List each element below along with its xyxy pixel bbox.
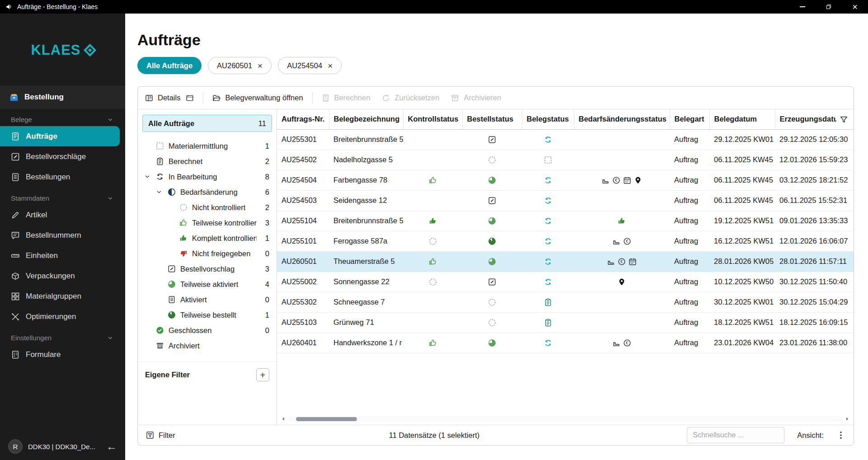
chevron-down-icon[interactable] [156,189,168,195]
sidebar: KLAES Bestellung BelegeAufträgeBestellvo… [0,14,125,460]
filter-chip-au254504[interactable]: AU254504× [278,57,342,74]
column-header-bedarfs-nderungsstatus[interactable]: Bedarfsänderungsstatus [574,109,670,129]
table-row[interactable]: AU254503Seidengasse 12Auftrag06.11.2025 … [277,190,854,211]
table-row[interactable]: AU254504Farbengasse 78€Auftrag06.11.2025… [277,170,854,190]
reset-icon [382,94,390,102]
sidebar-item-verpackungen[interactable]: Verpackungen [0,266,125,286]
tree-item-label: Archiviert [169,342,200,350]
kebab-menu-icon[interactable] [836,431,845,440]
measure-icon [607,258,615,266]
sidebar-item-artikel[interactable]: Artikel [0,205,125,225]
tree-item-berechnet[interactable]: Berechnet2 [138,154,277,169]
details-card-button[interactable] [186,94,194,102]
berechnen-button[interactable]: Berechnen [322,94,371,102]
tree-item-bestellvorschlag[interactable]: Bestellvorschlag3 [138,261,277,277]
filter-button[interactable]: Filter [146,431,175,440]
add-filter-button[interactable]: + [256,368,269,381]
price-icon: € [623,339,631,347]
tree-item-geschlossen[interactable]: Geschlossen0 [138,323,277,338]
chip-label: Alle Aufträge [146,61,192,70]
table-row[interactable]: AU254502Nadelholzgasse 5Auftrag06.11.202… [277,150,854,170]
tree-item-count: 3 [265,265,269,273]
sidebar-item-bestellvorschl-ge[interactable]: Bestellvorschläge [0,146,125,167]
sync-icon [544,258,552,266]
column-header-kontrollstatus[interactable]: Kontrollstatus [403,109,462,129]
tree-item-nicht-freigegeben[interactable]: Nicht freigegeben0 [138,246,277,261]
tree-item-teilweise-kontrolliert[interactable]: Teilweise kontrolliert3 [138,215,277,230]
clipboard-icon [544,319,552,327]
sidebar-item-bestellnummern[interactable]: Bestellnummern [0,225,125,245]
nav-section-einstellungen[interactable]: Einstellungen [0,327,125,344]
table-row[interactable]: AU255101Ferogasse 587a€Auftrag16.12.2025… [277,231,854,251]
close-button[interactable]: × [842,0,868,14]
cell-belegbezeichnung: Seidengasse 12 [329,190,403,211]
table-row[interactable]: AU255302Schneegasse 7Auftrag30.12.2025 K… [277,292,854,312]
chip-close-icon[interactable]: × [328,61,333,70]
edit-square-icon [168,265,176,273]
cell-erzeugungsdatum: 09.01.2026 13:35:33 [775,211,854,231]
sidebar-item-optimierungen[interactable]: Optimierungen [0,306,125,327]
table-row[interactable]: AU255104Breitenbrunnstraße 5Auftrag19.12… [277,211,854,231]
sidebar-item-formulare[interactable]: Formulare [0,344,125,365]
table-row[interactable]: AU255002Sonnengasse 22Auftrag10.12.2025 … [277,272,854,292]
form-document-icon [11,350,20,359]
module-bestellung[interactable]: Bestellung [0,86,125,108]
cell-belegstatus [522,333,574,353]
cell-erzeugungsdatum: 03.12.2025 18:21:52 [775,170,854,190]
scrollbar-track[interactable] [288,416,843,422]
column-header-belegdatum[interactable]: Belegdatum [709,109,775,129]
tree-item-count: 1 [265,142,269,150]
tree-item-bedarfs-nderung[interactable]: Bedarfsänderung6 [138,184,277,200]
column-header-auftrags-nr[interactable]: Auftrags-Nr. [277,109,329,129]
tree-item-alle-auftraege[interactable]: Alle Aufträge 11 [142,115,272,132]
minimize-button[interactable] [789,0,816,14]
scroll-right-icon[interactable] [845,416,850,422]
column-header-belegart[interactable]: Belegart [670,109,709,129]
sidebar-item-auftr-ge[interactable]: Aufträge [0,126,120,146]
scroll-left-icon[interactable] [281,416,286,422]
sidebar-item-bestellungen[interactable]: Bestellungen [0,167,125,187]
cell-belegart: Auftrag [670,211,709,231]
nav-section-stammdaten[interactable]: Stammdaten [0,187,125,205]
quick-search-input[interactable] [687,427,784,443]
cell-belegbezeichnung: Ferogasse 587a [329,231,403,251]
sidebar-item-label: Bestellvorschläge [26,152,86,161]
table-row[interactable]: AU260501Theuamerstraße 5€Auftrag28.01.20… [277,251,854,272]
cell-erzeugungsdatum: 29.12.2025 12:05:30 [775,129,854,150]
column-header-belegbezeichnung[interactable]: Belegbezeichnung [329,109,403,129]
scrollbar-thumb[interactable] [296,417,357,421]
chevron-down-icon [107,335,113,341]
details-button[interactable]: Details [145,94,180,102]
avatar[interactable]: R [8,439,23,454]
open-belegverwaltung-button[interactable]: Belegverwaltung öffnen [212,94,303,102]
chevron-down-icon[interactable] [144,174,156,180]
column-header-belegstatus[interactable]: Belegstatus [522,109,574,129]
tree-item-materialermittlung[interactable]: Materialermittlung1 [138,138,277,154]
thumb-up-outline-icon [429,176,437,184]
nav-section-belege[interactable]: Belege [0,108,125,126]
chip-close-icon[interactable]: × [258,61,263,70]
sidebar-item-materialgruppen[interactable]: Materialgruppen [0,286,125,306]
restore-icon [826,4,832,10]
tree-item-aktiviert[interactable]: Aktiviert0 [138,292,277,307]
filter-chip-au260501[interactable]: AU260501× [208,57,272,74]
tree-item-in-bearbeitung[interactable]: In Bearbeitung8 [138,169,277,184]
tree-item-nicht-kontrolliert[interactable]: Nicht kontrolliert2 [138,200,277,215]
cell-erzeugungsdatum: 12.01.2026 15:59:23 [775,150,854,170]
tree-item-archiviert[interactable]: Archiviert [138,338,277,353]
tree-item-komplett-kontrolliert[interactable]: Komplett kontrolliert1 [138,230,277,246]
collapse-sidebar-icon[interactable]: ← [106,441,117,452]
tree-item-teilweise-aktiviert[interactable]: Teilweise aktiviert4 [138,277,277,292]
tree-item-teilweise-bestellt[interactable]: Teilweise bestellt1 [138,307,277,323]
filter-chip-alle-auftr-ge[interactable]: Alle Aufträge [137,57,202,74]
zuruecksetzen-button[interactable]: Zurücksetzen [382,94,439,102]
column-header-bestellstatus[interactable]: Bestellstatus [462,109,522,129]
archivieren-button[interactable]: Archivieren [451,94,501,102]
table-row[interactable]: AU260401Handwerkszone 1 / r€Auftrag23.01… [277,333,854,353]
table-row[interactable]: AU255301Breitenbrunnstraße 5Auftrag29.12… [277,129,854,150]
table-row[interactable]: AU255103Grünweg 71Auftrag18.12.2025 KW51… [277,312,854,333]
chat-bubble-icon [11,231,20,240]
filter-funnel-icon[interactable] [836,114,848,125]
sidebar-item-einheiten[interactable]: Einheiten [0,245,125,266]
maximize-button[interactable] [816,0,842,14]
